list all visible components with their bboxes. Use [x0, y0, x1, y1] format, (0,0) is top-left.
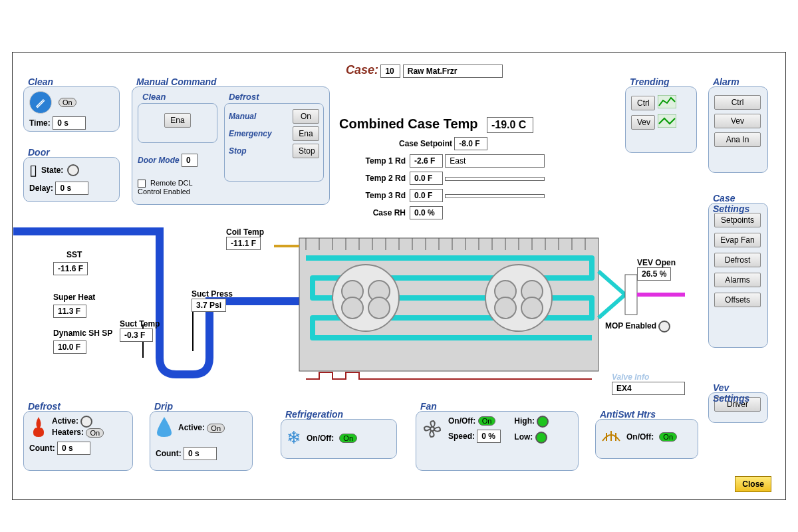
- piping-diagram: [13, 225, 698, 398]
- vev-open-label: VEV Open: [637, 258, 676, 267]
- clean-on-indicator: On: [59, 98, 76, 107]
- alarm-anain-button[interactable]: Ana In: [714, 132, 761, 147]
- remote-dcl-label: Remote DCL Control Enabled: [138, 179, 192, 196]
- trending-vev-button[interactable]: Vev: [631, 115, 655, 130]
- door-delay-value[interactable]: 0 s: [55, 182, 88, 195]
- droplet-icon: [156, 416, 173, 440]
- fan-speed-value: 0 %: [477, 430, 501, 443]
- setpoints-button[interactable]: Setpoints: [714, 213, 761, 227]
- valve-info-value[interactable]: EX4: [612, 382, 685, 395]
- fan-panel: Fan On/Off: On Speed: 0 % High: Low:: [416, 411, 579, 471]
- alarm-panel: Alarm Ctrl Vev Ana In: [708, 86, 768, 173]
- combined-temp-value: -19.0 C: [487, 117, 533, 133]
- left-readings: SST -11.6 F Super Heat 11.3 F Dynamic SH…: [53, 250, 112, 356]
- clean-enable-button[interactable]: Ena: [164, 113, 190, 128]
- defrost-status-panel: Defrost Active: Heaters: On Count: 0 s: [23, 411, 133, 471]
- svg-rect-0: [658, 95, 676, 108]
- suct-press-block: Suct Press 3.7 Psi: [192, 289, 233, 312]
- suct-press-value: 3.7 Psi: [192, 299, 226, 312]
- defrost-stop-button[interactable]: Stop: [293, 144, 319, 158]
- combined-temp-label: Combined Case Temp: [339, 116, 478, 131]
- superheat-value: 11.3 F: [53, 305, 86, 318]
- clean-time-value[interactable]: 0 s: [53, 116, 86, 130]
- defrost-count-value: 0 s: [57, 442, 90, 455]
- door-mode-value[interactable]: 0: [182, 154, 198, 167]
- temp3-value: 0.0 F: [410, 189, 443, 202]
- coil-temp-label: Coil Temp: [226, 227, 264, 237]
- antiswt-onoff-label: On/Off:: [626, 432, 654, 442]
- flame-icon: [29, 416, 48, 440]
- readings-block: Combined Case Temp -19.0 C Case Setpoint…: [339, 116, 545, 223]
- door-panel: Door ▯ State: Delay: 0 s: [23, 157, 120, 202]
- fan-icon: [422, 418, 443, 442]
- sst-label: SST: [66, 250, 112, 259]
- antiswt-panel: AntiSwt Htrs On/Off: On: [595, 419, 698, 459]
- door-state-indicator: [67, 164, 79, 176]
- drip-title: Drip: [154, 401, 173, 412]
- temp2-name[interactable]: [445, 177, 545, 181]
- temp3-name[interactable]: [445, 194, 545, 198]
- offsets-button[interactable]: Offsets: [714, 293, 761, 307]
- drip-active-indicator: On: [207, 424, 225, 433]
- snowflake-icon: ❄: [287, 428, 301, 448]
- svg-point-28: [342, 297, 363, 319]
- drip-panel: Drip Active: On Count: 0 s: [150, 411, 253, 471]
- manual-defrost-title: Defrost: [229, 92, 259, 102]
- case-label: Case:: [346, 63, 378, 76]
- suct-temp-label: Suct Temp: [120, 319, 160, 329]
- antiswt-title: AntiSwt Htrs: [600, 409, 656, 420]
- defrost-emergency-button[interactable]: Ena: [293, 126, 319, 141]
- svg-point-33: [495, 297, 516, 319]
- alarm-vev-button[interactable]: Vev: [714, 114, 761, 128]
- suct-temp-value: -0.3 F: [120, 329, 153, 342]
- drip-count-label: Count:: [156, 449, 182, 458]
- suct-temp-block: Suct Temp -0.3 F: [120, 319, 160, 342]
- temp1-label: Temp 1 Rd: [339, 156, 406, 166]
- svg-point-34: [521, 297, 543, 319]
- door-mode-label: Door Mode: [138, 156, 180, 165]
- door-delay-label: Delay:: [29, 184, 53, 193]
- door-icon: ▯: [29, 162, 37, 179]
- defrost-emergency-label: Emergency: [229, 129, 272, 138]
- close-button[interactable]: Close: [735, 476, 771, 492]
- svg-rect-35: [625, 275, 637, 315]
- alarms-button[interactable]: Alarms: [714, 273, 761, 287]
- temp3-label: Temp 3 Rd: [339, 191, 406, 200]
- evap-fan-button[interactable]: Evap Fan: [714, 233, 761, 247]
- defrost-count-label: Count:: [29, 444, 55, 453]
- manual-clean-subpanel: Clean Ena: [138, 103, 217, 143]
- fan-onoff-indicator: On: [478, 416, 496, 426]
- defrost-active-indicator: [80, 416, 92, 428]
- defrost-manual-on-button[interactable]: On: [293, 109, 319, 124]
- fan-high-indicator: [537, 416, 549, 428]
- fan-title: Fan: [420, 401, 437, 412]
- defrost-manual-label: Manual: [229, 112, 256, 121]
- mop-block: MOP Enabled: [605, 321, 670, 332]
- case-settings-title: Case Settings: [713, 193, 767, 214]
- defrost-status-title: Defrost: [28, 401, 61, 412]
- defrost-stop-label: Stop: [229, 146, 247, 156]
- case-number[interactable]: 10: [380, 65, 400, 78]
- defrost-grid-icon: [601, 428, 621, 446]
- trending-ctrl-button[interactable]: Ctrl: [631, 96, 655, 110]
- temp1-name[interactable]: East: [445, 154, 545, 168]
- svg-point-30: [485, 265, 552, 331]
- alarm-title: Alarm: [713, 76, 739, 87]
- valve-info-title: Valve Info: [612, 372, 685, 382]
- remote-dcl-checkbox[interactable]: [138, 180, 146, 188]
- case-setpoint-value[interactable]: -8.0 F: [454, 137, 487, 150]
- door-title: Door: [28, 147, 50, 158]
- case-rh-label: Case RH: [339, 208, 406, 217]
- defrost-heaters-label: Heaters:: [52, 428, 84, 437]
- clean-panel: Clean On Time: 0 s: [23, 86, 120, 132]
- defrost-settings-button[interactable]: Defrost: [714, 253, 761, 267]
- vev-open-block: VEV Open 26.5 %: [637, 258, 676, 281]
- clean-icon: [29, 91, 52, 114]
- coil-temp-block: Coil Temp -11.1 F: [226, 227, 264, 250]
- vev-settings-title: Vev Settings: [713, 382, 767, 404]
- mop-indicator: [658, 321, 670, 332]
- manual-clean-title: Clean: [142, 92, 166, 102]
- case-name[interactable]: Raw Mat.Frzr: [403, 65, 503, 78]
- alarm-ctrl-button[interactable]: Ctrl: [714, 95, 761, 110]
- manual-command-panel: Manual Command Clean Ena Defrost Manual …: [132, 86, 330, 205]
